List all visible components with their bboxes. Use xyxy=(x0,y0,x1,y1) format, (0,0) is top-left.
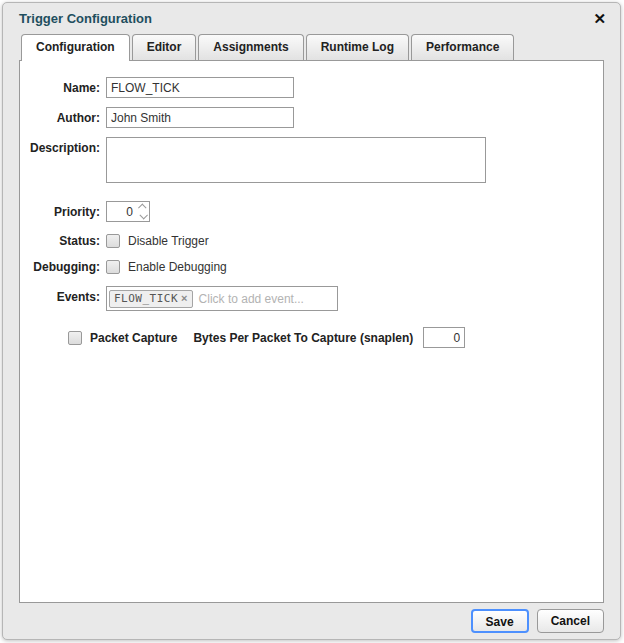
tab-bar: Configuration Editor Assignments Runtime… xyxy=(21,33,602,60)
tab-runtime-log[interactable]: Runtime Log xyxy=(306,34,409,60)
save-button[interactable]: Save xyxy=(471,609,529,633)
tab-editor[interactable]: Editor xyxy=(132,34,197,60)
close-icon[interactable]: ✕ xyxy=(593,11,606,26)
dialog-header: Trigger Configuration ✕ xyxy=(3,3,620,33)
packet-capture-label: Packet Capture xyxy=(90,331,177,345)
packet-capture-checkbox[interactable] xyxy=(68,331,82,345)
tab-configuration[interactable]: Configuration xyxy=(21,34,130,61)
dialog-footer: Save Cancel xyxy=(3,603,620,639)
disable-trigger-checkbox[interactable] xyxy=(106,234,120,248)
remove-event-icon[interactable]: × xyxy=(181,293,187,304)
status-row: Status: Disable Trigger xyxy=(20,234,603,248)
name-input[interactable] xyxy=(106,77,294,98)
events-input[interactable]: FLOW_TICK × Click to add event... xyxy=(106,286,338,311)
author-label: Author: xyxy=(20,107,100,125)
enable-debugging-label: Enable Debugging xyxy=(128,260,227,274)
cancel-button[interactable]: Cancel xyxy=(537,609,604,633)
priority-label: Priority: xyxy=(20,201,100,219)
debugging-label: Debugging: xyxy=(20,260,100,274)
events-row: Events: FLOW_TICK × Click to add event..… xyxy=(20,286,603,311)
events-placeholder: Click to add event... xyxy=(199,292,304,306)
name-row: Name: xyxy=(20,77,603,98)
priority-value: 0 xyxy=(107,205,136,219)
debugging-row: Debugging: Enable Debugging xyxy=(20,260,603,274)
dialog-title: Trigger Configuration xyxy=(19,11,152,26)
priority-stepper[interactable]: 0 xyxy=(106,201,150,222)
trigger-configuration-dialog: Trigger Configuration ✕ Configuration Ed… xyxy=(2,2,621,640)
event-tag-text: FLOW_TICK xyxy=(114,292,178,305)
status-label: Status: xyxy=(20,234,100,248)
priority-row: Priority: 0 xyxy=(20,201,603,222)
spinner-up-icon[interactable] xyxy=(138,203,146,211)
tab-performance[interactable]: Performance xyxy=(411,34,514,60)
spinner-down-icon[interactable] xyxy=(139,211,147,219)
priority-spinner-arrows[interactable] xyxy=(136,202,149,221)
description-row: Description: xyxy=(20,137,603,187)
snaplen-label: Bytes Per Packet To Capture (snaplen) xyxy=(193,331,413,345)
events-label: Events: xyxy=(20,286,100,304)
author-input[interactable] xyxy=(106,107,294,128)
description-textarea[interactable] xyxy=(106,137,486,183)
enable-debugging-checkbox[interactable] xyxy=(106,260,120,274)
disable-trigger-label: Disable Trigger xyxy=(128,234,209,248)
description-label: Description: xyxy=(20,137,100,155)
snaplen-input[interactable] xyxy=(423,327,465,348)
author-row: Author: xyxy=(20,107,603,128)
packet-capture-row: Packet Capture Bytes Per Packet To Captu… xyxy=(20,327,603,348)
name-label: Name: xyxy=(20,77,100,95)
configuration-panel: Name: Author: Description: Priority: 0 xyxy=(19,60,604,603)
tab-assignments[interactable]: Assignments xyxy=(198,34,303,60)
event-tag: FLOW_TICK × xyxy=(109,290,193,308)
